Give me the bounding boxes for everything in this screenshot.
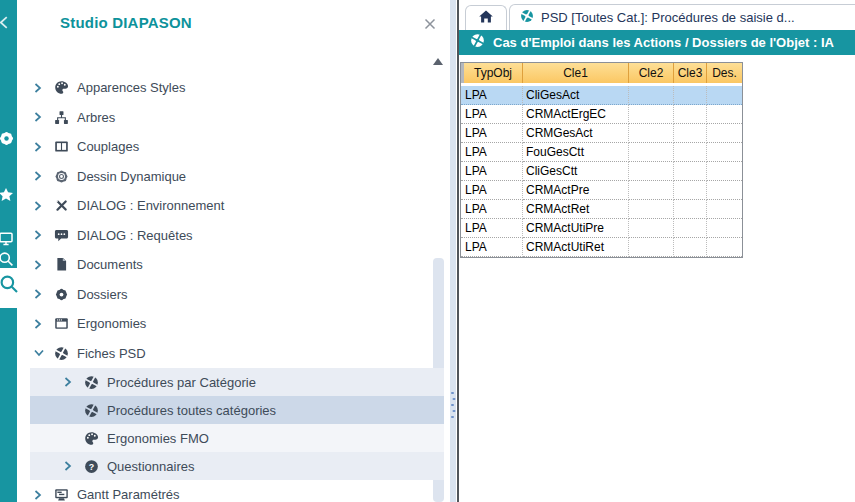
table-row[interactable]: LPA CRMActUtiPre <box>461 219 742 238</box>
cell-typobj[interactable]: LPA <box>461 86 523 105</box>
sidebar-item-label: Procédures toutes catégories <box>107 403 276 418</box>
sidebar-item-ergonomies-fmo[interactable]: Ergonomies FMO <box>17 424 446 452</box>
close-icon[interactable] <box>423 17 437 31</box>
tab-psd-procedures[interactable]: PSD [Toutes Cat.]: Procédures de saisie … <box>509 4 855 30</box>
sidebar-item-dialog-requetes[interactable]: DIALOG : Requêtes <box>17 221 446 251</box>
cell-cle2[interactable] <box>629 86 674 105</box>
table-row[interactable]: LPA CRMActUtiRet <box>461 238 742 257</box>
cell-typobj[interactable]: LPA <box>461 105 523 124</box>
chevron-right-icon[interactable] <box>34 112 54 122</box>
cell-cle1[interactable]: CRMActRet <box>523 200 629 219</box>
cell-cle2[interactable] <box>629 200 674 219</box>
sidebar-item-couplages[interactable]: Couplages <box>17 132 446 162</box>
cell-cle3[interactable] <box>674 219 707 238</box>
scroll-up-arrow[interactable] <box>433 58 443 65</box>
chevron-right-icon[interactable] <box>34 171 54 181</box>
cell-des[interactable] <box>707 162 742 181</box>
cell-cle2[interactable] <box>629 238 674 257</box>
cell-cle3[interactable] <box>674 200 707 219</box>
table-row[interactable]: LPA CliGesAct <box>461 86 742 105</box>
cell-cle3[interactable] <box>674 143 707 162</box>
cell-cle1[interactable]: CRMGesAct <box>523 124 629 143</box>
settings-gear-icon[interactable] <box>0 129 16 147</box>
table-row[interactable]: LPA CliGesCtt <box>461 162 742 181</box>
cell-cle1[interactable]: CRMActUtiRet <box>523 238 629 257</box>
favorites-star-icon[interactable] <box>0 186 16 204</box>
cell-typobj[interactable]: LPA <box>461 238 523 257</box>
splitter-handle[interactable] <box>450 0 456 502</box>
chevron-right-icon[interactable] <box>34 83 54 93</box>
cell-cle3[interactable] <box>674 124 707 143</box>
cell-des[interactable] <box>707 200 742 219</box>
column-header-cle2[interactable]: Cle2 <box>629 63 674 83</box>
cell-cle1[interactable]: CRMActUtiPre <box>523 219 629 238</box>
sidebar-item-dessin-dynamique[interactable]: Dessin Dynamique <box>17 162 446 192</box>
chevron-right-icon[interactable] <box>34 201 54 211</box>
chevron-down-icon[interactable] <box>34 349 54 357</box>
sidebar-item-questionnaires[interactable]: ? Questionnaires <box>17 452 446 480</box>
cell-des[interactable] <box>707 105 742 124</box>
cell-des[interactable] <box>707 238 742 257</box>
chevron-right-icon[interactable] <box>64 461 84 471</box>
cell-cle1[interactable]: CliGesAct <box>523 86 629 105</box>
column-header-cle3[interactable]: Cle3 <box>674 63 707 83</box>
cell-des[interactable] <box>707 86 742 105</box>
sidebar-item-arbres[interactable]: Arbres <box>17 103 446 133</box>
sidebar-item-dialog-environnement[interactable]: DIALOG : Environnement <box>17 191 446 221</box>
cell-cle1[interactable]: CRMActErgEC <box>523 105 629 124</box>
cell-cle2[interactable] <box>629 181 674 200</box>
cell-des[interactable] <box>707 219 742 238</box>
cell-cle3[interactable] <box>674 238 707 257</box>
cell-typobj[interactable]: LPA <box>461 162 523 181</box>
sidebar-item-apparences-styles[interactable]: Apparences Styles <box>17 73 446 103</box>
chevron-right-icon[interactable] <box>34 142 54 152</box>
sidebar-item-gantt-parametres[interactable]: Gantt Paramétrés <box>17 480 446 502</box>
tab-home[interactable] <box>465 5 507 30</box>
cell-cle2[interactable] <box>629 105 674 124</box>
cell-cle3[interactable] <box>674 105 707 124</box>
sidebar-item-documents[interactable]: Documents <box>17 250 446 280</box>
table-row[interactable]: LPA CRMGesAct <box>461 124 742 143</box>
table-row[interactable]: LPA FouGesCtt <box>461 143 742 162</box>
cell-des[interactable] <box>707 124 742 143</box>
sidebar-item-dossiers[interactable]: Dossiers <box>17 280 446 310</box>
cell-typobj[interactable]: LPA <box>461 124 523 143</box>
table-row[interactable]: LPA CRMActPre <box>461 181 742 200</box>
search-active-icon[interactable] <box>0 274 19 298</box>
chevron-right-icon[interactable] <box>34 490 54 500</box>
chevron-right-icon[interactable] <box>34 260 54 270</box>
cell-typobj[interactable]: LPA <box>461 143 523 162</box>
sidebar-item-procedures-par-categorie[interactable]: Procédures par Catégorie <box>17 368 446 396</box>
cell-cle1[interactable]: CliGesCtt <box>523 162 629 181</box>
column-header-des[interactable]: Des. <box>707 63 742 83</box>
sidebar-item-ergonomies[interactable]: Ergonomies <box>17 309 446 339</box>
chevron-right-icon[interactable] <box>34 230 54 240</box>
cell-cle3[interactable] <box>674 181 707 200</box>
sidebar-item-procedures-toutes-categories[interactable]: Procédures toutes catégories <box>17 396 446 424</box>
cell-cle1[interactable]: CRMActPre <box>523 181 629 200</box>
collapse-left-icon[interactable] <box>0 13 16 31</box>
chevron-right-icon[interactable] <box>64 377 84 387</box>
cell-cle2[interactable] <box>629 143 674 162</box>
cell-cle3[interactable] <box>674 162 707 181</box>
column-header-cle1[interactable]: Cle1 <box>523 63 629 83</box>
column-header-typobj[interactable]: TypObj <box>464 63 523 83</box>
cell-des[interactable] <box>707 143 742 162</box>
cell-typobj[interactable]: LPA <box>461 219 523 238</box>
chevron-right-icon[interactable] <box>34 319 54 329</box>
cell-cle1[interactable]: FouGesCtt <box>523 143 629 162</box>
search-icon[interactable] <box>0 250 16 268</box>
sidebar-item-fiches-psd[interactable]: Fiches PSD <box>17 339 446 369</box>
table-row[interactable]: LPA CRMActRet <box>461 200 742 219</box>
windows-icon[interactable] <box>0 229 16 247</box>
cell-typobj[interactable]: LPA <box>461 200 523 219</box>
cell-cle2[interactable] <box>629 162 674 181</box>
cell-cle3[interactable] <box>674 86 707 105</box>
cell-cle2[interactable] <box>629 219 674 238</box>
cell-des[interactable] <box>707 181 742 200</box>
cell-typobj[interactable]: LPA <box>461 181 523 200</box>
chevron-right-icon[interactable] <box>34 289 54 299</box>
cell-cle2[interactable] <box>629 124 674 143</box>
table-row[interactable]: LPA CRMActErgEC <box>461 105 742 124</box>
sidebar-item-label: DIALOG : Requêtes <box>77 228 193 243</box>
